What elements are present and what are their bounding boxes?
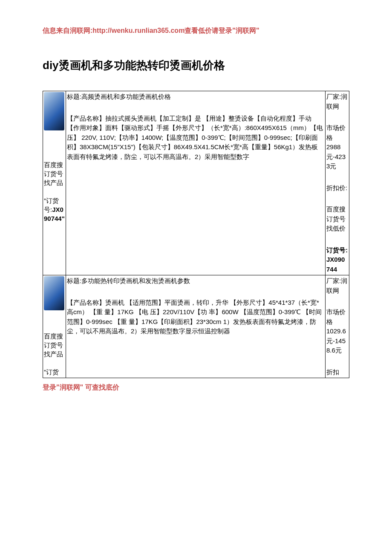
product-description: 【产品名称】抽拉式摇头烫画机【加工定制】是 【用途】整烫设备【自动化程度】手动【… xyxy=(67,114,324,162)
product-thumbnail xyxy=(44,276,64,310)
product-title: 标题:多功能热转印烫画机和发泡烫画机参数 xyxy=(67,276,324,286)
discount-label: 折扣价: xyxy=(326,183,348,193)
products-table: 百度搜订货号找产品 "订货号:JX090744" 标题:高频烫画机和多功能烫画机… xyxy=(43,91,349,378)
table-row: 百度搜订货号找产品 "订货 标题:多功能热转印烫画机和发泡烫画机参数 【产品名称… xyxy=(43,275,349,378)
discount-label: 折扣 xyxy=(326,367,348,377)
footer-note: 登录"润联网" 可查找底价 xyxy=(43,382,349,393)
order-number: 订货号:JX090744 xyxy=(326,246,348,275)
description-cell: 标题:高频烫画机和多功能烫画机价格 【产品名称】抽拉式摇头烫画机【加工定制】是 … xyxy=(66,91,326,275)
price-value: 2988元-4233元 xyxy=(326,142,348,171)
search-label: 百度搜订货号找产品 xyxy=(44,160,65,187)
header-source-note: 信息来自润联网:http://wenku.runlian365.com查看低价请… xyxy=(43,26,349,36)
meta-cell: 厂家:润联网 市场价格 2988元-4233元 折扣价: 百度搜订货号找低价 订… xyxy=(326,91,349,275)
page-title: diy烫画机和多功能热转印烫画机价格 xyxy=(43,57,349,74)
product-thumbnail xyxy=(44,92,64,130)
vendor-label: 厂家:润联网 xyxy=(326,92,348,111)
order-prefix: "订货 xyxy=(44,368,59,376)
table-row: 百度搜订货号找产品 "订货号:JX090744" 标题:高频烫画机和多功能烫画机… xyxy=(43,91,349,275)
vendor-label: 厂家:润联网 xyxy=(326,276,348,295)
thumb-cell: 百度搜订货号找产品 "订货 xyxy=(43,275,66,378)
description-cell: 标题:多功能热转印烫画机和发泡烫画机参数 【产品名称】烫画机 【适用范围】平面烫… xyxy=(66,275,326,378)
thumb-cell: 百度搜订货号找产品 "订货号:JX090744" xyxy=(43,91,66,275)
product-title: 标题:高频烫画机和多功能烫画机价格 xyxy=(67,92,324,102)
meta-cell: 厂家:润联网 市场价格 1029.6元-1458.6元 折扣 xyxy=(326,275,349,378)
price-label: 市场价格 xyxy=(326,123,348,142)
product-description: 【产品名称】烫画机 【适用范围】平面烫画，转印，升华 【外形尺寸】45*41*3… xyxy=(67,298,324,336)
search-low-label: 百度搜订货号找低价 xyxy=(326,205,348,234)
price-value: 1029.6元-1458.6元 xyxy=(326,327,348,356)
price-label: 市场价格 xyxy=(326,307,348,327)
search-label: 百度搜订货号找产品 xyxy=(44,332,65,358)
